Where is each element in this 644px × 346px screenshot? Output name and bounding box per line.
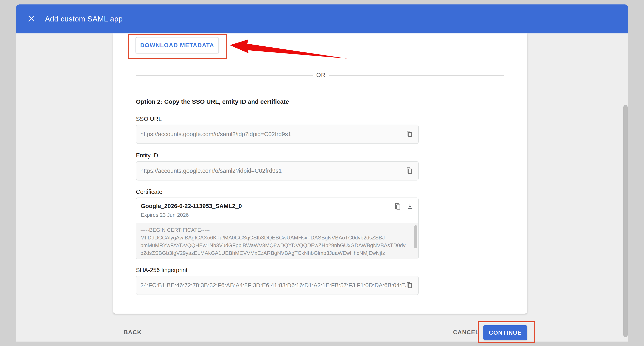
or-divider-label: OR xyxy=(313,72,329,78)
entity-id-value: https://accounts.google.com/o/saml2?idpi… xyxy=(140,167,282,174)
certificate-header: Google_2026-6-22-113953_SAML2_0 Expires … xyxy=(136,198,418,223)
annotation-box-download-metadata xyxy=(128,34,227,59)
certificate-copy-button[interactable] xyxy=(394,203,401,211)
entity-copy-button[interactable] xyxy=(406,167,412,175)
certificate-line: b2dsZSBGb3IgV29yazELMAkGA1UEBhMCVVMxEzAR… xyxy=(140,249,410,257)
certificate-line: MIIDdDCCAlygAwIBAgIGAXo6K+u/MA0GCSqGSIb3… xyxy=(140,234,410,241)
copy-icon xyxy=(406,281,412,289)
certificate-body: -----BEGIN CERTIFICATE----- MIIDdDCCAlyg… xyxy=(136,223,418,259)
sha256-label: SHA-256 fingerprint xyxy=(136,267,188,273)
certificate-expiry: Expires 23 Jun 2026 xyxy=(141,212,412,218)
entity-id-label: Entity ID xyxy=(136,152,158,159)
sso-url-label: SSO URL xyxy=(136,116,162,122)
content-card: DOWNLOAD METADATA OR Option 2: Copy the … xyxy=(113,34,527,314)
download-icon xyxy=(406,203,414,211)
or-divider-line-left xyxy=(136,75,313,76)
sso-copy-button[interactable] xyxy=(406,130,412,138)
cancel-button[interactable]: CANCEL xyxy=(453,329,479,336)
sha256-field: 24:FC:B1:BE:46:72:78:3B:32:F6:AB:A4:8F:3… xyxy=(136,276,419,295)
certificate-download-button[interactable] xyxy=(406,203,414,211)
certificate-scrollbar-thumb[interactable] xyxy=(414,225,417,248)
annotation-arrow-icon xyxy=(228,39,348,61)
dialog-title: Add custom SAML app xyxy=(45,15,123,23)
dialog-header: Add custom SAML app xyxy=(16,5,628,34)
certificate-line: bmMuMRYwFAYDVQQHEw1Nb3VudGFpbiBWaWV3MQ8w… xyxy=(140,241,410,249)
sso-url-field: https://accounts.google.com/o/saml2/idp?… xyxy=(136,125,419,144)
certificate-name: Google_2026-6-22-113953_SAML2_0 xyxy=(141,203,412,210)
sha256-value: 24:FC:B1:BE:46:72:78:3B:32:F6:AB:A4:8F:3… xyxy=(140,282,406,289)
page-scrollbar-thumb[interactable] xyxy=(623,105,628,337)
close-x-icon xyxy=(27,15,36,24)
annotation-box-continue xyxy=(478,321,535,343)
back-button[interactable]: BACK xyxy=(124,329,142,336)
certificate-card: Google_2026-6-22-113953_SAML2_0 Expires … xyxy=(136,198,419,259)
entity-id-field: https://accounts.google.com/o/saml2?idpi… xyxy=(136,161,419,181)
certificate-label: Certificate xyxy=(136,189,162,195)
sha256-copy-button[interactable] xyxy=(406,281,412,289)
sso-url-value: https://accounts.google.com/o/saml2/idp?… xyxy=(140,131,291,137)
or-divider-line-right xyxy=(329,75,504,76)
certificate-line: -----BEGIN CERTIFICATE----- xyxy=(140,226,410,234)
copy-icon xyxy=(406,130,412,138)
close-button[interactable] xyxy=(27,14,36,24)
copy-icon xyxy=(394,203,401,211)
page: { "header": { "title": "Add custom SAML … xyxy=(0,0,644,346)
copy-icon xyxy=(406,167,412,175)
option2-heading: Option 2: Copy the SSO URL, entity ID an… xyxy=(136,98,289,105)
